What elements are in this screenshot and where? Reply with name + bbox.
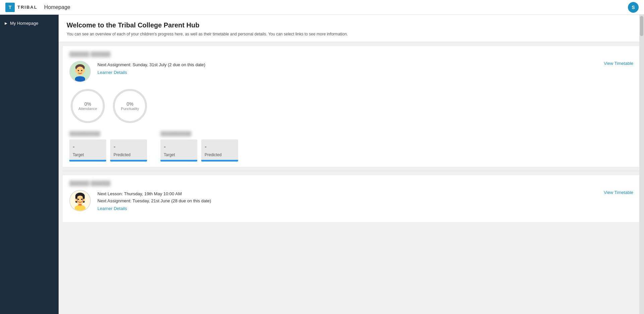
student1-subject2-group: ██████████ - Target - Predicted (160, 131, 238, 162)
student1-subject2-grade-cards: - Target - Predicted (160, 139, 238, 162)
student1-card: ██████ ██████ (63, 46, 640, 167)
svg-point-17 (81, 199, 82, 200)
svg-point-4 (81, 70, 82, 71)
student1-subject1-predicted-value: - (114, 143, 144, 150)
student1-subjects-section: ██████████ - Target - Predicted (69, 131, 633, 162)
scrollbar[interactable] (639, 15, 644, 314)
student1-subject1-grade-cards: - Target - Predicted (69, 139, 147, 162)
punctuality-pct: 0% (121, 101, 139, 107)
student1-attendance-widget: 0% Attendance (69, 88, 106, 124)
sidebar-item-homepage[interactable]: ▶ My Homepage (0, 17, 59, 29)
student1-subject1-target-bar (69, 160, 106, 162)
student1-subject1-predicted-bar (110, 160, 147, 162)
sidebar: ▶ My Homepage (0, 15, 59, 314)
welcome-description: You can see an overview of each of your … (67, 32, 636, 36)
logo-text: TRIBAL (17, 5, 38, 10)
student2-learner-details-link[interactable]: Learner Details (97, 206, 127, 211)
scrollbar-thumb[interactable] (640, 16, 643, 36)
student1-info-row: Next Assignment: Sunday, 31st July (2 du… (69, 61, 633, 82)
student1-avatar-image (70, 62, 90, 82)
student1-subject1-target-value: - (73, 143, 103, 150)
user-initial: S (632, 5, 635, 10)
student1-subject2-target-value: - (164, 143, 194, 150)
student1-subject2-target-bar (160, 160, 197, 162)
student2-details: Next Lesson: Thursday, 19th May 10:00 AM… (97, 190, 590, 211)
student2-view-timetable-link[interactable]: View Timetable (604, 190, 633, 195)
svg-point-16 (78, 199, 79, 200)
student1-subject2-target-card: - Target (160, 139, 197, 162)
student1-learner-details-link[interactable]: Learner Details (97, 70, 127, 75)
student1-subject1-target-card: - Target (69, 139, 106, 162)
student1-next-assignment: Next Assignment: Sunday, 31st July (2 du… (97, 62, 590, 67)
student1-subject2-predicted-value: - (205, 143, 235, 150)
sidebar-item-label: My Homepage (10, 21, 39, 26)
svg-point-21 (83, 199, 85, 201)
attendance-metric: Attendance (78, 107, 97, 111)
student1-subject1-group: ██████████ - Target - Predicted (69, 131, 147, 162)
student1-avatar (69, 61, 91, 82)
student1-subject2-target-label: Target (164, 152, 194, 157)
svg-point-5 (75, 70, 77, 72)
student1-subject1-target-label: Target (73, 152, 103, 157)
sidebar-arrow-icon: ▶ (5, 21, 7, 25)
student1-view-timetable-link[interactable]: View Timetable (604, 61, 633, 66)
student1-subject1-title: ██████████ (69, 131, 147, 136)
logo: T TRIBAL (5, 3, 38, 12)
svg-point-3 (78, 70, 79, 71)
welcome-title: Welcome to the Tribal College Parent Hub (67, 21, 636, 29)
main-content: Welcome to the Tribal College Parent Hub… (59, 15, 644, 314)
student2-avatar-image (70, 191, 90, 211)
student2-info-row: Next Lesson: Thursday, 19th May 10:00 AM… (69, 190, 633, 211)
student1-name: ██████ ██████ (69, 51, 633, 57)
header: T TRIBAL Homepage S (0, 0, 644, 15)
student2-avatar (69, 190, 91, 211)
logo-box: T (5, 3, 15, 12)
svg-point-6 (83, 70, 85, 72)
attendance-label: 0% Attendance (78, 101, 97, 111)
logo-letter: T (9, 5, 12, 10)
punctuality-label: 0% Punctuality (121, 101, 139, 111)
student1-punctuality-widget: 0% Punctuality (112, 88, 148, 124)
svg-point-20 (75, 199, 77, 201)
student1-subjects-row: ██████████ - Target - Predicted (69, 131, 633, 162)
attendance-pct: 0% (78, 101, 97, 107)
svg-point-22 (79, 204, 81, 206)
student1-subject1-predicted-label: Predicted (114, 152, 144, 157)
student2-next-assignment: Next Assignment: Tuesday, 21st June (28 … (97, 198, 590, 203)
student2-next-lesson: Next Lesson: Thursday, 19th May 10:00 AM (97, 191, 590, 196)
layout: ▶ My Homepage Welcome to the Tribal Coll… (0, 15, 644, 314)
student2-name: ██████ ██████ (69, 181, 633, 186)
student2-card: ██████ ██████ (63, 175, 640, 222)
user-avatar[interactable]: S (628, 2, 639, 13)
section-divider (63, 171, 640, 171)
student1-subject2-title: ██████████ (160, 131, 238, 136)
student1-subject1-predicted-card: - Predicted (110, 139, 147, 162)
student1-details: Next Assignment: Sunday, 31st July (2 du… (97, 61, 590, 75)
student1-subject2-predicted-bar (201, 160, 238, 162)
student1-circles-row: 0% Attendance 0% Punctuality (69, 88, 633, 124)
svg-point-2 (76, 67, 84, 75)
student1-subject2-predicted-label: Predicted (205, 152, 235, 157)
welcome-section: Welcome to the Tribal College Parent Hub… (59, 15, 644, 42)
punctuality-metric: Punctuality (121, 107, 139, 111)
header-title: Homepage (44, 4, 70, 10)
student1-subject2-predicted-card: - Predicted (201, 139, 238, 162)
